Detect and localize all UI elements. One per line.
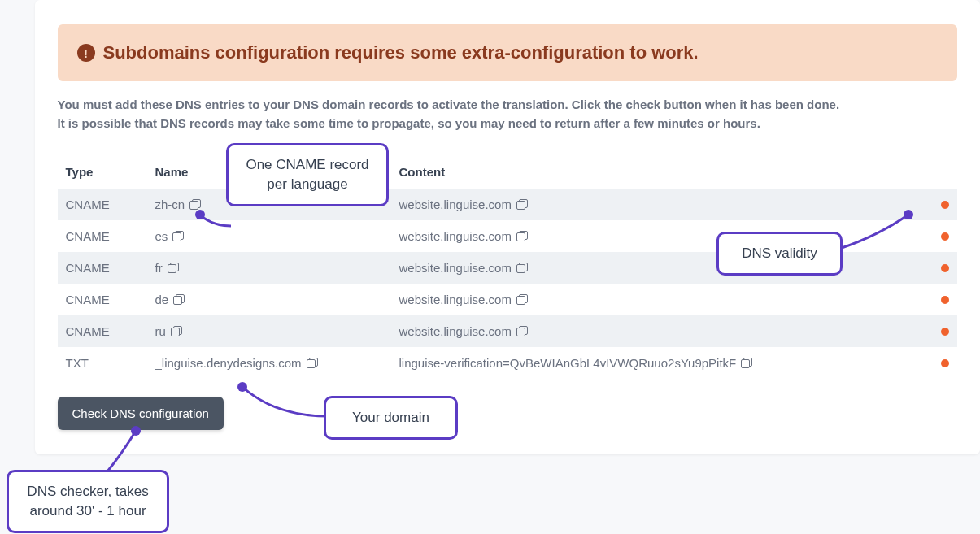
annotation-domain: Your domain: [324, 396, 458, 440]
annotation-cname: One CNAME record per language: [226, 143, 389, 206]
status-dot-icon: [941, 296, 949, 304]
cell-status: [925, 220, 957, 252]
status-dot-icon: [941, 359, 949, 367]
instructions-text: You must add these DNS entries to your D…: [58, 96, 957, 132]
copy-icon[interactable]: [516, 231, 527, 241]
cell-content: website.linguise.com: [391, 189, 925, 220]
dns-config-card: ! Subdomains configuration requires some…: [35, 0, 980, 454]
copy-icon[interactable]: [172, 231, 183, 241]
cell-content: website.linguise.com: [391, 284, 925, 315]
alert-title: Subdomains configuration requires some e…: [103, 42, 699, 63]
cell-type: CNAME: [58, 220, 147, 252]
copy-icon[interactable]: [741, 358, 751, 368]
copy-icon[interactable]: [173, 294, 184, 305]
cell-type: TXT: [58, 347, 147, 379]
copy-icon[interactable]: [168, 263, 178, 273]
annotation-validity: DNS validity: [716, 232, 843, 276]
cell-type: CNAME: [58, 252, 147, 284]
cell-status: [925, 252, 957, 284]
cell-type: CNAME: [58, 284, 147, 315]
alert-banner: ! Subdomains configuration requires some…: [58, 24, 957, 81]
annotation-checker: DNS checker, takes around 30' - 1 hour: [7, 470, 169, 533]
col-header-content: Content: [391, 155, 925, 189]
check-dns-button[interactable]: Check DNS configuration: [58, 397, 224, 430]
cell-type: CNAME: [58, 189, 147, 220]
copy-icon[interactable]: [171, 326, 181, 336]
status-dot-icon: [941, 264, 949, 272]
cell-status: [925, 315, 957, 347]
table-row: CNAMEzh-cnwebsite.linguise.com: [58, 189, 957, 220]
warning-icon: !: [77, 44, 95, 62]
cell-status: [925, 284, 957, 315]
cell-type: CNAME: [58, 315, 147, 347]
cell-name: es: [147, 220, 391, 252]
instructions-line-1: You must add these DNS entries to your D…: [58, 96, 957, 115]
cell-name: ru: [147, 315, 391, 347]
cell-status: [925, 347, 957, 379]
cell-content: website.linguise.com: [391, 315, 925, 347]
copy-icon[interactable]: [516, 263, 527, 273]
copy-icon[interactable]: [516, 326, 527, 336]
instructions-line-2: It is possible that DNS records may take…: [58, 115, 957, 133]
table-row: CNAMEdewebsite.linguise.com: [58, 284, 957, 315]
status-dot-icon: [941, 201, 949, 209]
copy-icon[interactable]: [307, 358, 317, 368]
copy-icon[interactable]: [189, 199, 200, 210]
cell-name: _linguise.denydesigns.com: [147, 347, 391, 379]
cell-name: de: [147, 284, 391, 315]
cell-content: website.linguise.com: [391, 252, 925, 284]
status-dot-icon: [941, 328, 949, 336]
cell-content: website.linguise.com: [391, 220, 925, 252]
copy-icon[interactable]: [516, 199, 527, 210]
table-row: TXT_linguise.denydesigns.comlinguise-ver…: [58, 347, 957, 379]
table-row: CNAMEruwebsite.linguise.com: [58, 315, 957, 347]
cell-status: [925, 189, 957, 220]
cell-name: fr: [147, 252, 391, 284]
cell-content: linguise-verification=QvBeWIAnGbL4vIVWQR…: [391, 347, 925, 379]
col-header-type: Type: [58, 155, 147, 189]
copy-icon[interactable]: [516, 294, 527, 305]
status-dot-icon: [941, 232, 949, 241]
